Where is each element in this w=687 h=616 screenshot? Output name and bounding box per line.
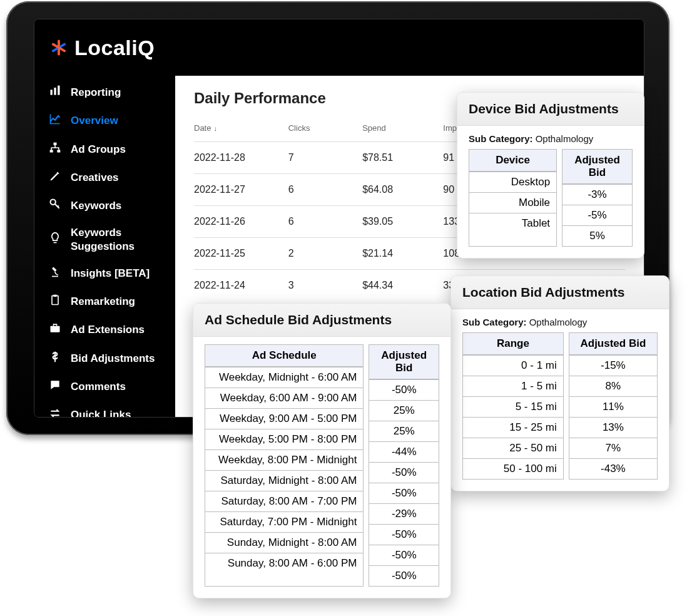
svg-rect-4	[54, 88, 56, 95]
sidebar-item-label: Comments	[71, 380, 166, 393]
sidebar-item-label: Quick Links	[71, 408, 166, 418]
cell-spend: $39.05	[362, 206, 443, 238]
brand-name: LocaliQ	[74, 36, 155, 60]
card-title: Ad Schedule Bid Adjustments	[193, 304, 450, 337]
th-clicks[interactable]: Clicks	[288, 118, 362, 142]
sidebar-item-comments[interactable]: Comments	[34, 372, 175, 401]
sidebar-item-overview[interactable]: Overview	[34, 106, 175, 135]
cell-clicks: 7	[288, 142, 362, 174]
mini-cell: 13%	[569, 417, 657, 438]
cell-date: 2022-11-24	[194, 270, 288, 302]
clipboard-icon	[48, 294, 62, 309]
mini-cell: Tablet	[469, 213, 556, 234]
mini-cell: -50%	[369, 379, 439, 400]
sidebar-item-creatives[interactable]: Creatives	[34, 163, 175, 192]
mini-cell: -15%	[569, 355, 657, 376]
cell-clicks: 3	[288, 270, 362, 302]
mini-header: Adjusted Bid	[369, 345, 439, 379]
mini-cell: -50%	[369, 462, 439, 483]
mini-cell: Saturday, Midnight - 8:00 AM	[205, 470, 363, 491]
cell-date: 2022-11-25	[194, 238, 288, 270]
mini-cell: 50 - 100 mi	[463, 458, 563, 479]
sidebar-item-label: Keywords	[71, 199, 166, 212]
svg-rect-10	[52, 295, 58, 304]
svg-rect-3	[51, 90, 53, 95]
sidebar-item-label: Overview	[71, 114, 166, 127]
brand-asterisk-icon	[49, 38, 68, 57]
sidebar-item-label: Reporting	[71, 86, 166, 99]
sidebar-item-reporting[interactable]: Reporting	[34, 78, 175, 106]
mini-cell: -29%	[369, 503, 439, 524]
mini-cell: 25 - 50 mi	[463, 438, 563, 458]
sidebar-item-ad-extensions[interactable]: Ad Extensions	[34, 316, 175, 344]
mini-cell: Weekday, 5:00 PM - 8:00 PM	[205, 429, 363, 449]
subcategory-line: Sub Category: Opthalmology	[462, 317, 658, 327]
mini-cell: 1 - 5 mi	[463, 376, 563, 396]
mini-cell: Weekday, 9:00 AM - 5:00 PM	[205, 408, 363, 429]
mini-cell: -3%	[562, 184, 632, 205]
mini-cell: Mobile	[469, 192, 556, 213]
svg-rect-12	[51, 326, 60, 332]
card-title: Location Bid Adjustments	[451, 276, 669, 309]
mini-cell: 7%	[569, 438, 657, 458]
sidebar-item-remarketing[interactable]: Remarketing	[34, 287, 175, 316]
cell-spend: $21.14	[362, 238, 443, 270]
mini-cell: Weekday, Midnight - 6:00 AM	[205, 367, 363, 388]
sidebar: ReportingOverviewAd GroupsCreativesKeywo…	[34, 76, 175, 417]
mini-cell: Weekday, 8:00 PM - Midnight	[205, 449, 363, 470]
dollar-icon	[48, 351, 62, 366]
card-title: Device Bid Adjustments	[457, 93, 644, 126]
cell-spend: $78.51	[362, 142, 443, 174]
line-chart-icon	[48, 113, 62, 128]
th-date[interactable]: Date↓	[194, 118, 288, 142]
logo-bar: LocaliQ	[34, 19, 644, 76]
pencil-icon	[48, 170, 62, 185]
subcategory-line: Sub Category: Opthalmology	[469, 133, 633, 144]
cell-date: 2022-11-26	[194, 206, 288, 238]
sidebar-item-label: Insights [BETA]	[71, 267, 166, 280]
mini-cell: 11%	[569, 396, 657, 417]
svg-rect-6	[54, 142, 57, 145]
mini-header: Range	[463, 333, 563, 355]
svg-rect-11	[54, 295, 57, 297]
mini-header: Device	[469, 150, 556, 172]
cell-clicks: 2	[288, 238, 362, 270]
cell-clicks: 6	[288, 174, 362, 206]
sidebar-item-label: Bid Adjustments	[71, 352, 166, 365]
mini-cell: Desktop	[469, 172, 556, 192]
mini-cell: -44%	[369, 441, 439, 462]
sidebar-item-quick-links[interactable]: Quick Links	[34, 401, 175, 418]
sidebar-item-bid-adjustments[interactable]: Bid Adjustments	[34, 344, 175, 372]
svg-rect-7	[50, 150, 53, 152]
mini-cell: -5%	[562, 205, 632, 225]
mini-cell: -50%	[369, 545, 439, 565]
mini-cell: 15 - 25 mi	[463, 417, 563, 438]
comment-icon	[48, 379, 62, 394]
bulb-icon	[48, 232, 62, 247]
mini-cell: 0 - 1 mi	[463, 355, 563, 376]
sidebar-item-insights-beta-[interactable]: Insights [BETA]	[34, 259, 175, 287]
mini-cell: -43%	[569, 458, 657, 479]
sidebar-item-label: Ad Extensions	[71, 323, 166, 336]
mini-cell: -50%	[369, 565, 439, 586]
schedule-bid-card: Ad Schedule Bid Adjustments Ad ScheduleW…	[193, 303, 451, 598]
sitemap-icon	[48, 141, 62, 157]
device-bid-card: Device Bid Adjustments Sub Category: Opt…	[457, 92, 644, 259]
cell-clicks: 6	[288, 206, 362, 238]
sidebar-item-keywords[interactable]: Keywords	[34, 192, 175, 220]
svg-rect-8	[57, 150, 60, 152]
sidebar-item-ad-groups[interactable]: Ad Groups	[34, 135, 175, 163]
mini-cell: 25%	[369, 400, 439, 421]
microscope-icon	[48, 265, 62, 281]
th-spend[interactable]: Spend	[362, 118, 443, 142]
cell-date: 2022-11-28	[194, 142, 288, 174]
mini-header: Adjusted Bid	[569, 333, 657, 355]
mini-cell: -50%	[369, 524, 439, 545]
svg-rect-5	[58, 86, 59, 95]
swap-icon	[48, 407, 62, 418]
sidebar-item-keywords-suggestions[interactable]: Keywords Suggestions	[34, 220, 175, 259]
cell-spend: $44.34	[362, 270, 443, 302]
mini-cell: 5%	[562, 225, 632, 246]
cell-spend: $64.08	[362, 174, 443, 206]
sort-desc-icon: ↓	[213, 125, 217, 132]
